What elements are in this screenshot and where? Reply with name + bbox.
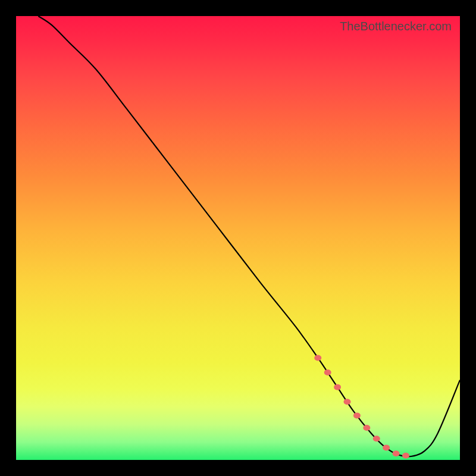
curve-marker: [314, 355, 321, 361]
bottleneck-curve: [16, 16, 460, 460]
curve-marker: [324, 369, 331, 375]
curve-marker: [373, 436, 380, 441]
curve-marker: [344, 399, 351, 405]
watermark-text: TheBottlenecker.com: [340, 20, 452, 33]
curve-marker: [334, 384, 341, 390]
curve-marker: [363, 425, 370, 431]
plot-area: TheBottlenecker.com: [16, 16, 460, 460]
chart-frame: TheBottlenecker.com: [0, 0, 476, 476]
curve-marker: [393, 450, 400, 456]
curve-marker: [402, 453, 409, 459]
curve-marker: [353, 412, 361, 418]
curve-marker: [383, 444, 390, 450]
